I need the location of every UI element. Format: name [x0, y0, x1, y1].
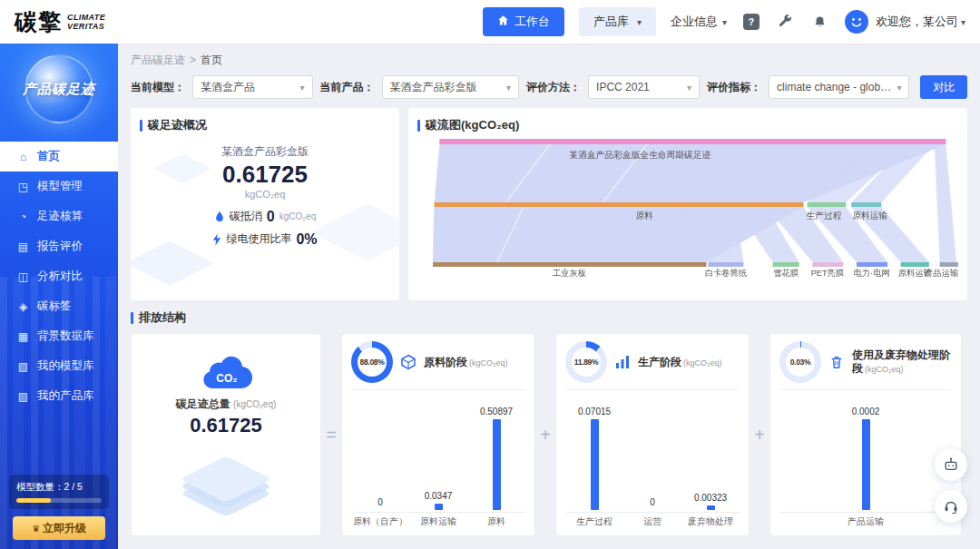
stage-chart: 0.07015 0 0.00323 生产过程 运营 废弃物处理 [565, 390, 740, 528]
stage-name: 生产阶段 [638, 356, 681, 368]
green-power-row: 绿电使用比率 0% [140, 231, 390, 248]
bar-value: 0.07015 [578, 407, 611, 417]
sankey-node-material-transport[interactable] [851, 202, 881, 207]
sidebar-item-background-db[interactable]: ▦背景数据库 [0, 321, 118, 351]
bar-label: 生产过程 [565, 515, 623, 528]
sankey-bottom-label: 工业灰板 [553, 269, 587, 278]
bar-chart: 0 0.0347 0.50897 [351, 403, 525, 510]
bar-value: 0.50897 [480, 407, 513, 417]
bar-label: 原料运输 [409, 515, 467, 528]
stage-unit: (kgCO₂eq) [865, 365, 904, 374]
method-select[interactable]: IPCC 2021 [588, 75, 700, 99]
assistant-button[interactable] [935, 448, 967, 481]
total-card: CO₂ 碳足迹总量 (kgCO₂eq) 0.61725 [131, 333, 321, 536]
sankey-node-root[interactable] [439, 139, 946, 144]
sankey-mid-label: 原料 [636, 211, 654, 221]
breadcrumb-root[interactable]: 产品碳足迹 [131, 54, 185, 66]
product-select-value: 某酒盒产品彩盒版 [390, 80, 477, 95]
sidebar-item-home[interactable]: ⌂首页 [0, 142, 118, 172]
sidebar-item-label: 报告评价 [37, 239, 83, 254]
sankey-node-product-transport[interactable] [940, 262, 958, 267]
offset-unit: kgCO₂eq [279, 211, 317, 221]
sidebar-item-model-manage[interactable]: ◳模型管理 [0, 172, 118, 201]
method-select-value: IPCC 2021 [596, 81, 650, 93]
nav-enterprise-label: 企业信息 [671, 14, 718, 30]
sankey-node-whitecard[interactable] [708, 262, 743, 267]
overview-panel: 碳足迹概况 某酒盒产品彩盒版 0.61725 kgCO₂eq 碳抵消 0 kgC… [131, 108, 399, 300]
sidebar-item-analysis-compare[interactable]: ◫分析对比 [0, 261, 118, 291]
indicator-select-value: climate change - global warm [777, 81, 891, 93]
user-menu[interactable]: 欢迎您，某公司 [876, 14, 965, 30]
stage-card-disposal: 0.03% 使用及废弃物处理阶段(kgCO₂eq) 0.0002 产 [769, 333, 962, 536]
layers-illustration [141, 446, 311, 497]
notifications-button[interactable] [810, 12, 830, 32]
offset-value: 0 [267, 209, 275, 225]
droplet-icon [214, 211, 225, 223]
bar [493, 419, 501, 510]
help-button[interactable] [741, 12, 761, 32]
sankey-node-petfilm[interactable] [812, 262, 843, 267]
green-value: 0% [296, 231, 317, 248]
sankey-node-production[interactable] [807, 202, 846, 207]
module-badge-label: 产品碳足迹 [23, 81, 95, 98]
nav-enterprise-info-button[interactable]: 企业信息 [671, 14, 727, 30]
model-quota-label: 模型数量： [16, 481, 64, 492]
model-manage-icon: ◳ [16, 181, 30, 193]
sidebar-item-carbon-label[interactable]: ◈碳标签 [0, 291, 118, 321]
sankey-bottom-label: 白卡卷筒纸 [705, 269, 747, 278]
indicator-select[interactable]: climate change - global warm [769, 75, 909, 99]
sankey-bottom-label: 电力·电网 [854, 269, 890, 278]
stage-header: 11.89% 生产阶段(kgCO₂eq) [565, 341, 740, 390]
sidebar-item-report[interactable]: ▤报告评价 [0, 231, 118, 261]
carbon-offset-row: 碳抵消 0 kgCO₂eq [140, 209, 390, 225]
bar-labels: 原料（自产） 原料运输 原料 [351, 515, 525, 528]
sankey-node-material[interactable] [435, 202, 804, 207]
sidebar: 产品碳足迹 ⌂首页 ◳模型管理 ◔足迹核算 ▤报告评价 ◫分析对比 ◈碳标签 ▦… [0, 44, 118, 549]
breadcrumb-separator: > [190, 54, 196, 66]
compare-button[interactable]: 对比 [920, 75, 967, 99]
bar-label: 产品运输 [779, 515, 952, 528]
home-icon: ⌂ [16, 151, 30, 163]
lightning-icon [212, 233, 221, 246]
sankey-node-grayboard[interactable] [433, 262, 707, 267]
bar-value: 0 [650, 497, 655, 507]
sidebar-item-my-models[interactable]: ▧我的模型库 [0, 351, 118, 381]
sankey-bottom-label: PET亮膜 [811, 269, 845, 278]
model-quota-text: 模型数量：2 / 5 [16, 481, 102, 494]
plus-sign: + [750, 333, 769, 536]
overview-body: 某酒盒产品彩盒版 0.61725 kgCO₂eq 碳抵消 0 kgCO₂eq 绿… [140, 144, 390, 248]
bar-value: 0.00323 [694, 493, 727, 503]
donut-percent: 11.89% [565, 341, 607, 383]
breadcrumb-current: 首页 [201, 54, 222, 66]
cube-icon [400, 354, 416, 370]
tools-button[interactable] [776, 12, 796, 32]
sidebar-item-footprint-calc[interactable]: ◔足迹核算 [0, 201, 118, 231]
model-quota-widget: 模型数量：2 / 5 [9, 475, 109, 509]
stage-header: 0.03% 使用及废弃物处理阶段(kgCO₂eq) [779, 341, 952, 390]
bar [862, 419, 870, 510]
logo-en-line2: VERITAS [67, 22, 105, 31]
nav-product-library-button[interactable]: 产品库 [579, 7, 656, 36]
nav-product-library-label: 产品库 [593, 14, 629, 30]
donut-percent: 0.03% [779, 341, 821, 383]
sankey-node-material-transport2[interactable] [901, 262, 929, 267]
stage-title: 使用及废弃物处理阶段(kgCO₂eq) [852, 348, 952, 376]
donut-percent: 88.08% [351, 341, 393, 383]
bar [707, 505, 715, 510]
x-axis [565, 512, 740, 513]
model-select[interactable]: 某酒盒产品 [192, 75, 313, 99]
stage-card-material: 88.08% 原料阶段(kgCO₂eq) 0 0.0347 0.50897 [341, 333, 535, 536]
upgrade-button[interactable]: 立即升级 [13, 516, 105, 540]
sankey-mid-label: 原料运输 [852, 211, 887, 221]
sidebar-item-my-products[interactable]: ▨我的产品库 [0, 381, 118, 411]
avatar[interactable] [845, 10, 868, 34]
service-button[interactable] [935, 490, 967, 523]
overview-unit: kgCO₂eq [140, 189, 390, 200]
sankey-chart: 某酒盒产品彩盒版全生命周期碳足迹 原料 生产过程 原料运输 工业灰板 白卡卷筒纸… [417, 137, 958, 291]
sankey-node-snowfilm[interactable] [772, 262, 799, 267]
product-select[interactable]: 某酒盒产品彩盒版 [382, 75, 520, 99]
sankey-bottom-label: 产品运输 [925, 269, 958, 278]
overview-title: 碳足迹概况 [140, 117, 390, 133]
sankey-node-grid-power[interactable] [857, 262, 887, 267]
nav-workbench-button[interactable]: 工作台 [483, 7, 564, 36]
